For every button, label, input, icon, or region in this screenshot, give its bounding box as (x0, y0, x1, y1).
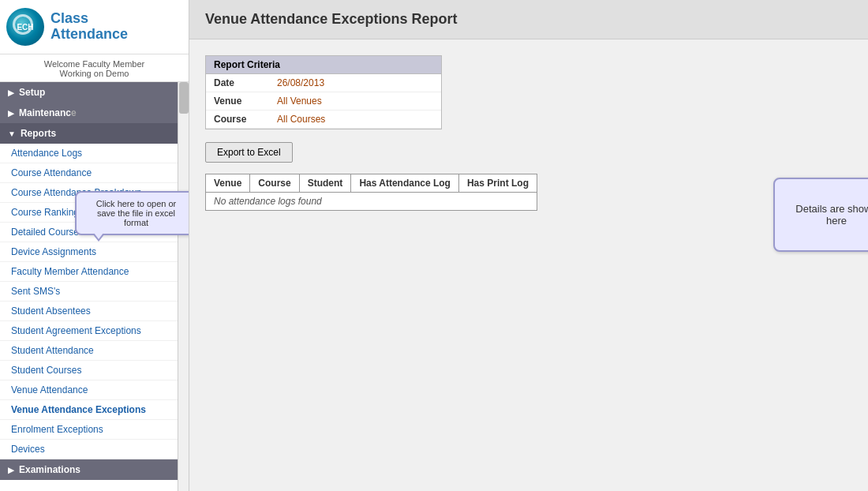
page-title: Venue Attendance Exceptions Report (189, 0, 868, 39)
nav-item-faculty-member-attendance[interactable]: Faculty Member Attendance (0, 262, 178, 282)
nav-item-enrolment-exceptions[interactable]: Enrolment Exceptions (0, 420, 178, 440)
criteria-value-course: All Courses (277, 114, 325, 125)
no-data-message: No attendance logs found (206, 193, 537, 211)
tooltip-text: Click here to open or save the file in e… (96, 199, 177, 227)
setup-arrow: ▶ (8, 88, 14, 97)
maintenance-arrow: ▶ (8, 109, 14, 118)
maintenance-label: Maintenanc (19, 107, 71, 118)
nav-item-student-courses[interactable]: Student Courses (0, 361, 178, 380)
no-data-row: No attendance logs found (206, 193, 537, 211)
nav-item-student-agreement-exceptions[interactable]: Student Agreement Exceptions (0, 321, 178, 341)
main-content: Venue Attendance Exceptions Report Repor… (189, 0, 868, 491)
welcome-text: Welcome Faculty Member Working on Demo (0, 54, 189, 82)
nav-item-venue-attendance[interactable]: Venue Attendance (0, 380, 178, 400)
nav-item-devices[interactable]: Devices (0, 440, 178, 459)
table-header-row: Venue Course Student Has Attendance Log … (206, 174, 537, 193)
criteria-label-date: Date (214, 77, 277, 88)
criteria-row-date: Date 26/08/2013 (206, 74, 441, 92)
nav-item-student-absentees[interactable]: Student Absentees (0, 302, 178, 321)
criteria-value-venue: All Venues (277, 96, 322, 107)
criteria-row-course: Course All Courses (206, 111, 441, 129)
setup-label: Setup (19, 87, 45, 98)
col-header-venue: Venue (206, 174, 250, 193)
export-btn-label: Export to Excel (217, 147, 281, 158)
criteria-row-venue: Venue All Venues (206, 92, 441, 111)
nav-list: ▶ Setup ▶ Maintenance ▼ Reports Attendan… (0, 82, 178, 491)
details-bubble: Details are shown here (773, 178, 868, 252)
content-area: Report Criteria Date 26/08/2013 Venue Al… (189, 39, 868, 227)
nav-item-venue-attendance-exceptions[interactable]: Venue Attendance Exceptions (0, 400, 178, 420)
report-criteria-box: Report Criteria Date 26/08/2013 Venue Al… (205, 55, 442, 129)
col-header-student: Student (299, 174, 351, 193)
details-bubble-text: Details are shown here (795, 203, 868, 227)
reports-arrow: ▼ (8, 129, 16, 138)
nav-section-setup[interactable]: ▶ Setup (0, 82, 178, 103)
logo-text-block: ClassAttendance (51, 11, 128, 43)
nav-item-sent-sms[interactable]: Sent SMS's (0, 282, 178, 302)
page-title-text: Venue Attendance Exceptions Report (205, 11, 457, 27)
scrollbar-thumb[interactable] (179, 82, 189, 114)
examinations-label: Examinations (19, 464, 80, 475)
app-logo: ECH (6, 8, 44, 46)
nav-item-student-attendance[interactable]: Student Attendance (0, 341, 178, 361)
criteria-value-date: 26/08/2013 (277, 77, 324, 88)
nav-item-device-assignments[interactable]: Device Assignments (0, 242, 178, 262)
nav-item-attendance-logs[interactable]: Attendance Logs (0, 144, 178, 163)
criteria-label-venue: Venue (214, 96, 277, 107)
excel-tooltip: Click here to open or save the file in e… (75, 191, 189, 235)
nav-item-course-attendance[interactable]: Course Attendance (0, 163, 178, 183)
nav-section-reports[interactable]: ▼ Reports (0, 123, 178, 144)
logo-tech-text: ECH (17, 23, 33, 32)
sidebar: ECH ClassAttendance Welcome Faculty Memb… (0, 0, 189, 491)
nav-scroll-area: ▶ Setup ▶ Maintenance ▼ Reports Attendan… (0, 82, 189, 491)
criteria-header-text: Report Criteria (214, 59, 280, 70)
nav-section-maintenance[interactable]: ▶ Maintenance (0, 103, 178, 123)
criteria-label-course: Course (214, 114, 277, 125)
sidebar-header: ECH ClassAttendance (0, 0, 189, 54)
col-header-has-print-log: Has Print Log (458, 174, 537, 193)
attendance-table: Venue Course Student Has Attendance Log … (205, 174, 537, 211)
app-title: ClassAttendance (51, 11, 128, 43)
scrollbar-track[interactable] (178, 82, 189, 491)
col-header-has-attendance-log: Has Attendance Log (351, 174, 459, 193)
nav-section-examinations[interactable]: ▶ Examinations (0, 459, 178, 480)
col-header-course: Course (250, 174, 299, 193)
export-to-excel-button[interactable]: Export to Excel (205, 142, 293, 163)
reports-label: Reports (21, 128, 56, 139)
report-criteria-header: Report Criteria (206, 56, 441, 74)
examinations-arrow: ▶ (8, 466, 14, 474)
